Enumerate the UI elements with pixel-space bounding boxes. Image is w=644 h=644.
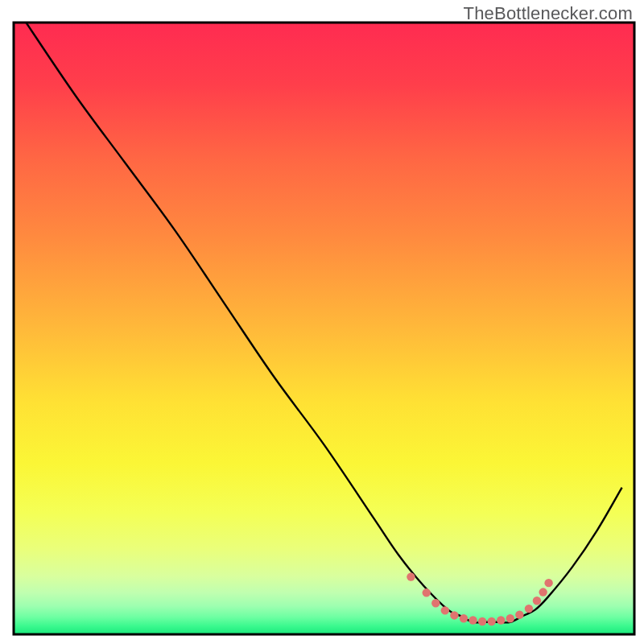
- optimal-dot: [431, 599, 440, 607]
- optimal-dot: [515, 610, 523, 618]
- optimal-dot: [441, 606, 449, 614]
- optimal-dot: [478, 617, 486, 625]
- watermark-text: TheBottlenecker.com: [464, 3, 633, 24]
- optimal-dot: [450, 611, 458, 619]
- optimal-dot: [539, 588, 547, 596]
- gradient-background: [14, 23, 634, 634]
- optimal-dot: [506, 614, 514, 622]
- chart-container: TheBottlenecker.com: [0, 0, 644, 644]
- optimal-dot: [460, 614, 468, 622]
- optimal-dot: [525, 605, 533, 613]
- optimal-dot: [407, 572, 415, 580]
- optimal-dot: [487, 617, 495, 625]
- optimal-dot: [533, 597, 541, 605]
- optimal-dot: [469, 616, 477, 624]
- optimal-dot: [544, 579, 552, 587]
- bottleneck-chart: [0, 0, 644, 644]
- optimal-dot: [423, 588, 431, 597]
- optimal-dot: [497, 616, 505, 624]
